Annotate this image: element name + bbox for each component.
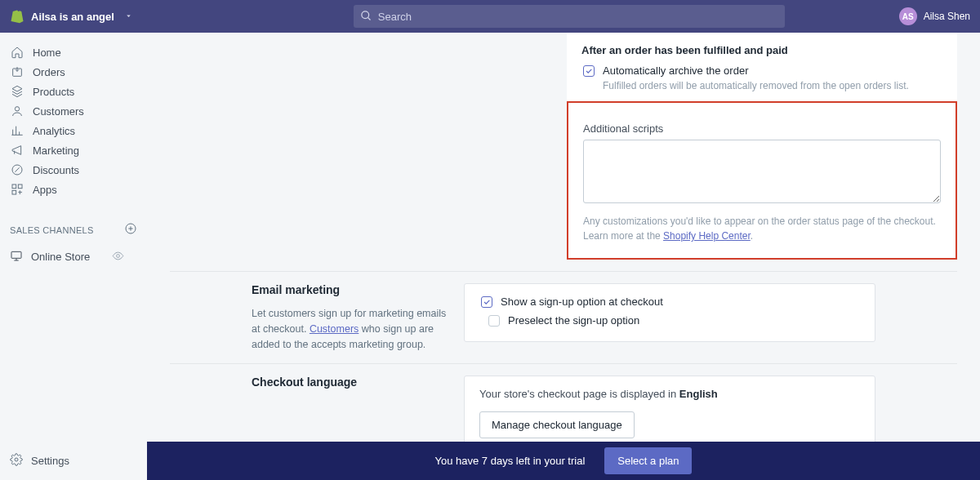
svg-point-11 [15,458,18,461]
sidebar-item-products[interactable]: Products [0,82,147,101]
sidebar-item-label: Apps [33,184,57,196]
email-marketing-card: Show a sign-up option at checkout Presel… [464,283,875,342]
trial-text: You have 7 days left in your trial [435,455,586,467]
select-plan-button[interactable]: Select a plan [604,447,692,474]
svg-rect-9 [11,251,21,258]
sidebar: Home Orders Products Customers Analytics… [0,33,147,480]
sidebar-item-home[interactable]: Home [0,42,147,62]
customers-link[interactable]: Customers [310,323,359,335]
sales-channels-label: SALES CHANNELS [10,225,94,235]
manage-checkout-language-button[interactable]: Manage checkout language [479,411,635,438]
main-content: After an order has been fulfilled and pa… [147,33,980,442]
search-icon [360,10,372,24]
sidebar-item-settings[interactable]: Settings [0,448,79,473]
sidebar-item-label: Customers [33,105,84,118]
email-marketing-desc: Let customers sign up for marketing emai… [252,306,448,352]
orders-icon [10,64,24,79]
products-icon [10,84,24,99]
svg-rect-6 [18,184,22,189]
additional-scripts-card: Additional scripts Any customizations yo… [567,101,957,260]
checkout-language-card: Your store's checkout page is displayed … [464,376,875,442]
sidebar-item-label: Home [33,47,61,59]
sidebar-item-analytics[interactable]: Analytics [0,121,147,140]
trial-footer: You have 7 days left in your trial Selec… [147,442,980,480]
home-icon [10,45,24,60]
svg-point-0 [362,11,369,19]
show-signup-label: Show a sign-up option at checkout [501,296,663,308]
additional-scripts-textarea[interactable] [583,140,941,203]
online-store-icon [10,249,23,264]
channel-label: Online Store [31,251,90,263]
chevron-down-icon [124,11,133,23]
checkout-language-title: Checkout language [252,376,448,389]
store-switcher[interactable]: Ailsa is an angel [10,9,133,24]
analytics-icon [10,123,24,138]
order-fulfillment-title: After an order has been fulfilled and pa… [581,44,942,56]
store-name: Ailsa is an angel [31,11,114,23]
marketing-icon [10,143,24,158]
checkout-language-text: Your store's checkout page is displayed … [479,388,860,400]
help-center-link[interactable]: Shopify Help Center [663,230,751,242]
settings-label: Settings [31,455,69,467]
channel-online-store[interactable]: Online Store [0,244,147,269]
customers-icon [10,104,24,118]
svg-rect-7 [12,190,16,194]
topbar: Ailsa is an angel AS Ailsa Shen [0,0,980,33]
sidebar-item-label: Orders [33,66,65,78]
svg-line-1 [368,17,370,20]
sidebar-item-apps[interactable]: Apps [0,180,147,199]
sidebar-item-label: Discounts [33,164,79,176]
sidebar-item-label: Analytics [33,125,75,137]
additional-scripts-hint: Any customizations you'd like to appear … [583,214,941,243]
additional-scripts-label: Additional scripts [583,122,941,135]
email-marketing-title: Email marketing [252,283,448,296]
sidebar-item-marketing[interactable]: Marketing [0,140,147,160]
user-menu[interactable]: AS Ailsa Shen [899,7,970,25]
svg-point-10 [117,254,120,257]
user-name: Ailsa Shen [924,11,970,22]
svg-rect-5 [12,184,16,189]
order-fulfillment-card: After an order has been fulfilled and pa… [567,33,957,101]
plus-icon[interactable] [124,222,137,238]
archive-order-label: Automatically archive the order [603,64,748,77]
gear-icon [10,453,23,469]
sidebar-item-discounts[interactable]: Discounts [0,160,147,180]
sidebar-item-orders[interactable]: Orders [0,62,147,82]
sidebar-item-label: Products [33,86,74,98]
shopify-logo-icon [10,9,24,24]
archive-order-helper: Fulfilled orders will be automatically r… [603,80,942,91]
global-search [354,5,785,28]
sidebar-item-customers[interactable]: Customers [0,101,147,121]
sidebar-item-label: Marketing [33,144,79,157]
sales-channels-header: SALES CHANNELS [0,216,147,244]
avatar: AS [899,7,917,25]
show-signup-checkbox[interactable] [481,296,492,308]
eye-icon[interactable] [112,250,124,264]
preselect-signup-label: Preselect the sign-up option [508,314,639,327]
svg-point-3 [15,107,19,111]
search-input[interactable] [354,5,785,28]
archive-order-checkbox[interactable] [583,65,595,77]
discounts-icon [10,162,24,177]
preselect-signup-checkbox[interactable] [488,315,500,327]
apps-icon [10,182,24,197]
